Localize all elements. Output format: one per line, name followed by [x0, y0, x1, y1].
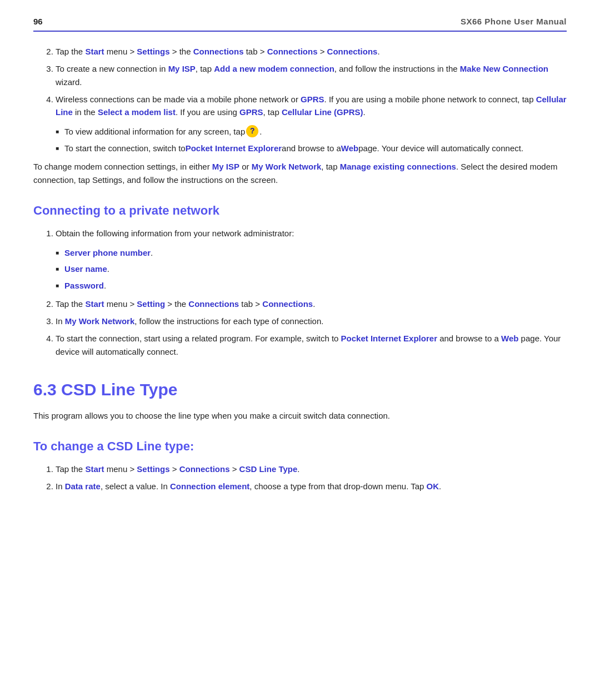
manage-text5: , and follow the instructions on the scr…	[122, 175, 278, 185]
item4-gprs2[interactable]: GPRS	[239, 107, 263, 117]
csd-body: This program allows you to choose the li…	[33, 409, 567, 423]
csd-item1-start[interactable]: Start	[85, 464, 104, 474]
bullet-item-1: To view additional information for any s…	[56, 125, 567, 138]
item3-end: wizard.	[56, 77, 82, 87]
item4-mid4: , tap	[263, 107, 282, 117]
csd-item2-pre: In	[56, 481, 65, 491]
bullet2-period: .	[107, 262, 109, 275]
bullet2-pre: To start the connection, switch to	[64, 142, 186, 155]
pn-item2-connections2[interactable]: Connections	[262, 299, 313, 309]
item2-mid4: >	[317, 47, 327, 56]
pn-item2-start[interactable]: Start	[85, 299, 104, 309]
page-title: SX66 Phone User Manual	[461, 17, 567, 26]
page-header: 96 SX66 Phone User Manual	[33, 17, 567, 32]
pn-item3-mywork[interactable]: My Work Network	[65, 316, 135, 326]
private-network-list: Obtain the following information from yo…	[56, 227, 567, 240]
bullet1-pre: To view additional information for any s…	[64, 125, 245, 138]
page-container: 96 SX66 Phone User Manual Tap the Start …	[0, 0, 600, 526]
private-list-item-3: In My Work Network, follow the instructi…	[56, 315, 567, 327]
list-item-4: Wireless connections can be made via a m…	[56, 93, 567, 119]
private-network-list-2: Tap the Start menu > Setting > the Conne…	[56, 297, 567, 358]
csd-item1-csd[interactable]: CSD Line Type	[239, 464, 298, 474]
item4-cellular2[interactable]: Cellular Line (GPRS)	[282, 107, 363, 117]
item3-post: , and follow the instructions in the	[334, 64, 460, 73]
csd-item1-settings[interactable]: Settings	[137, 464, 169, 474]
csd-list: Tap the Start menu > Settings > Connecti…	[56, 463, 567, 493]
list-item-3: To create a new connection in My ISP, ta…	[56, 62, 567, 88]
item4-gprs[interactable]: GPRS	[301, 95, 324, 104]
csd-item1-end: .	[297, 464, 299, 474]
csd-item2-end: .	[439, 481, 441, 491]
item3-make[interactable]: Make New Connection	[460, 64, 548, 73]
private-bullet-2: User name.	[56, 262, 567, 275]
pn-item2-setting[interactable]: Setting	[137, 299, 165, 309]
manage-text3: , tap	[321, 162, 339, 171]
pn-item2-mid2: > the	[165, 299, 188, 309]
manage-paragraph: To change modem connection settings, in …	[33, 160, 567, 187]
item2-connections[interactable]: Connections	[193, 47, 244, 56]
bullet2-pie[interactable]: Pocket Internet Explorer	[186, 142, 282, 155]
csd-list-item-1: Tap the Start menu > Settings > Connecti…	[56, 463, 567, 475]
item2-mid2: > the	[170, 47, 193, 56]
manage-mywork[interactable]: My Work Network	[252, 162, 322, 171]
csd-item2-datarate[interactable]: Data rate	[65, 481, 101, 491]
bullet1-end: .	[259, 125, 262, 138]
pn-item2-mid1: menu >	[104, 299, 137, 309]
manage-manage[interactable]: Manage existing connections	[340, 162, 456, 171]
item3-add[interactable]: Add a new modem connection	[214, 64, 334, 73]
private-list-item-2: Tap the Start menu > Setting > the Conne…	[56, 297, 567, 310]
private-network-section: Connecting to a private network Obtain t…	[33, 203, 567, 358]
csd-list-item-2: In Data rate, select a value. In Connect…	[56, 480, 567, 493]
item2-connections3[interactable]: Connections	[327, 47, 378, 56]
csd-item2-connection[interactable]: Connection element	[170, 481, 249, 491]
csd-item2-ok[interactable]: OK	[427, 481, 439, 491]
bullet2-post: page. Your device will automatically con…	[358, 142, 523, 155]
manage-myisp[interactable]: My ISP	[212, 162, 239, 171]
list-item-2: Tap the Start menu > Settings > the Conn…	[56, 45, 567, 58]
private-bullet-1: Server phone number.	[56, 246, 567, 259]
item2-mid3: tab >	[244, 47, 267, 56]
item2-settings[interactable]: Settings	[137, 47, 169, 56]
bullet3-period: .	[104, 279, 106, 292]
pn-item4-pre: To start the connection, start using a r…	[56, 334, 341, 343]
item3-pre: To create a new connection in	[56, 64, 168, 73]
csd-item2-mid1: , select a value. In	[101, 481, 170, 491]
page-number: 96	[33, 17, 43, 26]
item4-end: .	[363, 107, 366, 117]
item2-start[interactable]: Start	[85, 47, 104, 56]
item4-pre: Wireless connections can be made via a m…	[56, 95, 301, 104]
bullet1-period: .	[151, 246, 153, 259]
bullet2-web[interactable]: Web	[341, 142, 358, 155]
manage-text1: To change modem connection settings, in …	[33, 162, 212, 171]
item2-end: .	[377, 47, 379, 56]
pn-item2-connections[interactable]: Connections	[188, 299, 239, 309]
private-bullet-3: Password.	[56, 279, 567, 292]
password[interactable]: Password	[64, 279, 104, 292]
pn-item2-end: .	[313, 299, 315, 309]
csd-sub-heading: To change a CSD Line type:	[33, 439, 567, 454]
help-icon: ?	[246, 125, 258, 137]
csd-item1-mid3: >	[230, 464, 239, 474]
item2-connections2[interactable]: Connections	[267, 47, 318, 56]
private-bullets: Server phone number. User name. Password…	[56, 246, 567, 292]
manage-settings: Settings	[92, 175, 122, 185]
user-name[interactable]: User name	[64, 262, 107, 275]
csd-item1-mid: menu >	[104, 464, 137, 474]
item4-mid1: . If you are using a mobile phone networ…	[324, 95, 536, 104]
server-phone-number[interactable]: Server phone number	[64, 246, 151, 259]
csd-item1-connections[interactable]: Connections	[179, 464, 230, 474]
bullet-item-2: To start the connection, switch to Pocke…	[56, 142, 567, 155]
csd-heading: 6.3 CSD Line Type	[33, 380, 567, 399]
pn-item3-pre: In	[56, 316, 65, 326]
item4-select[interactable]: Select a modem list	[98, 107, 176, 117]
manage-text2: or	[239, 162, 252, 171]
item2-pre: Tap the	[56, 47, 85, 56]
pn-item2-mid3: tab >	[239, 299, 262, 309]
pn-item4-web[interactable]: Web	[501, 334, 518, 343]
item3-myisp[interactable]: My ISP	[168, 64, 196, 73]
pn-item4-pie[interactable]: Pocket Internet Explorer	[341, 334, 437, 343]
csd-item1-pre: Tap the	[56, 464, 85, 474]
private-network-heading: Connecting to a private network	[33, 203, 567, 218]
item4-mid2: in the	[73, 107, 98, 117]
bullet2-mid: and browse to a	[282, 142, 341, 155]
